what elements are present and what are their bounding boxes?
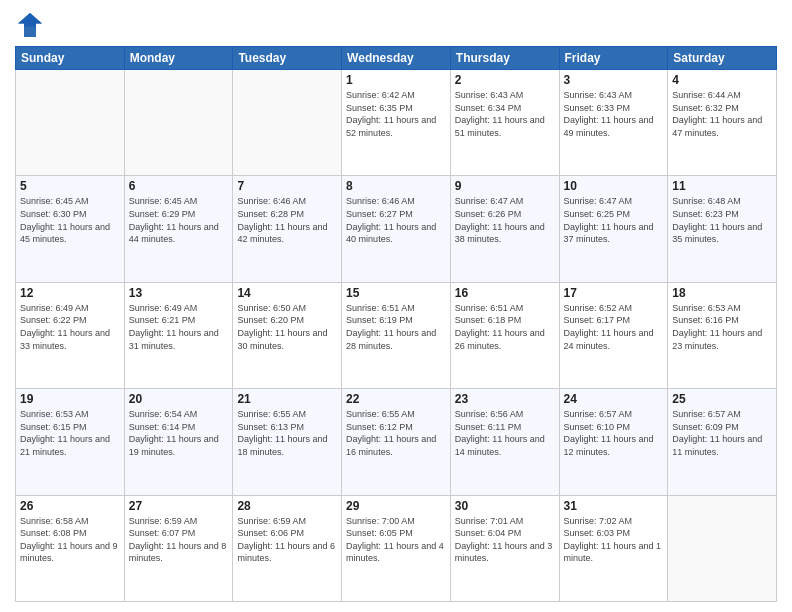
day-info: Sunrise: 6:53 AMSunset: 6:15 PMDaylight:…: [20, 408, 120, 458]
sunset-text: Sunset: 6:15 PM: [20, 421, 120, 434]
weekday-header-friday: Friday: [559, 47, 668, 70]
daylight-text: Daylight: 11 hours and 52 minutes.: [346, 114, 446, 139]
day-info: Sunrise: 6:48 AMSunset: 6:23 PMDaylight:…: [672, 195, 772, 245]
sunset-text: Sunset: 6:23 PM: [672, 208, 772, 221]
day-number: 5: [20, 179, 120, 193]
sunrise-text: Sunrise: 6:55 AM: [237, 408, 337, 421]
sunrise-text: Sunrise: 6:53 AM: [672, 302, 772, 315]
sunset-text: Sunset: 6:32 PM: [672, 102, 772, 115]
calendar-cell: 18Sunrise: 6:53 AMSunset: 6:16 PMDayligh…: [668, 282, 777, 388]
daylight-text: Daylight: 11 hours and 6 minutes.: [237, 540, 337, 565]
day-info: Sunrise: 6:43 AMSunset: 6:33 PMDaylight:…: [564, 89, 664, 139]
weekday-header-monday: Monday: [124, 47, 233, 70]
daylight-text: Daylight: 11 hours and 19 minutes.: [129, 433, 229, 458]
day-number: 15: [346, 286, 446, 300]
day-number: 25: [672, 392, 772, 406]
sunrise-text: Sunrise: 7:01 AM: [455, 515, 555, 528]
calendar-cell: 11Sunrise: 6:48 AMSunset: 6:23 PMDayligh…: [668, 176, 777, 282]
calendar-cell: 28Sunrise: 6:59 AMSunset: 6:06 PMDayligh…: [233, 495, 342, 601]
calendar-table: SundayMondayTuesdayWednesdayThursdayFrid…: [15, 46, 777, 602]
daylight-text: Daylight: 11 hours and 18 minutes.: [237, 433, 337, 458]
daylight-text: Daylight: 11 hours and 42 minutes.: [237, 221, 337, 246]
sunrise-text: Sunrise: 6:44 AM: [672, 89, 772, 102]
weekday-header-tuesday: Tuesday: [233, 47, 342, 70]
weekday-header-thursday: Thursday: [450, 47, 559, 70]
calendar-cell: 27Sunrise: 6:59 AMSunset: 6:07 PMDayligh…: [124, 495, 233, 601]
daylight-text: Daylight: 11 hours and 40 minutes.: [346, 221, 446, 246]
sunset-text: Sunset: 6:34 PM: [455, 102, 555, 115]
daylight-text: Daylight: 11 hours and 44 minutes.: [129, 221, 229, 246]
day-info: Sunrise: 6:47 AMSunset: 6:26 PMDaylight:…: [455, 195, 555, 245]
day-number: 30: [455, 499, 555, 513]
day-number: 13: [129, 286, 229, 300]
calendar-cell: 24Sunrise: 6:57 AMSunset: 6:10 PMDayligh…: [559, 389, 668, 495]
daylight-text: Daylight: 11 hours and 8 minutes.: [129, 540, 229, 565]
sunrise-text: Sunrise: 6:57 AM: [564, 408, 664, 421]
daylight-text: Daylight: 11 hours and 3 minutes.: [455, 540, 555, 565]
day-info: Sunrise: 7:01 AMSunset: 6:04 PMDaylight:…: [455, 515, 555, 565]
daylight-text: Daylight: 11 hours and 1 minute.: [564, 540, 664, 565]
day-info: Sunrise: 6:43 AMSunset: 6:34 PMDaylight:…: [455, 89, 555, 139]
day-info: Sunrise: 6:46 AMSunset: 6:28 PMDaylight:…: [237, 195, 337, 245]
day-info: Sunrise: 6:58 AMSunset: 6:08 PMDaylight:…: [20, 515, 120, 565]
calendar-cell: 19Sunrise: 6:53 AMSunset: 6:15 PMDayligh…: [16, 389, 125, 495]
calendar-cell: [668, 495, 777, 601]
day-info: Sunrise: 6:51 AMSunset: 6:18 PMDaylight:…: [455, 302, 555, 352]
sunrise-text: Sunrise: 6:55 AM: [346, 408, 446, 421]
calendar-cell: 13Sunrise: 6:49 AMSunset: 6:21 PMDayligh…: [124, 282, 233, 388]
daylight-text: Daylight: 11 hours and 14 minutes.: [455, 433, 555, 458]
sunrise-text: Sunrise: 6:57 AM: [672, 408, 772, 421]
day-number: 4: [672, 73, 772, 87]
day-number: 10: [564, 179, 664, 193]
sunrise-text: Sunrise: 6:53 AM: [20, 408, 120, 421]
day-number: 11: [672, 179, 772, 193]
day-number: 3: [564, 73, 664, 87]
day-info: Sunrise: 6:54 AMSunset: 6:14 PMDaylight:…: [129, 408, 229, 458]
sunrise-text: Sunrise: 6:58 AM: [20, 515, 120, 528]
daylight-text: Daylight: 11 hours and 24 minutes.: [564, 327, 664, 352]
sunset-text: Sunset: 6:16 PM: [672, 314, 772, 327]
day-info: Sunrise: 6:51 AMSunset: 6:19 PMDaylight:…: [346, 302, 446, 352]
logo-icon: [15, 10, 45, 40]
sunset-text: Sunset: 6:26 PM: [455, 208, 555, 221]
sunrise-text: Sunrise: 6:43 AM: [564, 89, 664, 102]
day-info: Sunrise: 7:00 AMSunset: 6:05 PMDaylight:…: [346, 515, 446, 565]
sunset-text: Sunset: 6:33 PM: [564, 102, 664, 115]
calendar-cell: 16Sunrise: 6:51 AMSunset: 6:18 PMDayligh…: [450, 282, 559, 388]
weekday-header-sunday: Sunday: [16, 47, 125, 70]
calendar-cell: 17Sunrise: 6:52 AMSunset: 6:17 PMDayligh…: [559, 282, 668, 388]
daylight-text: Daylight: 11 hours and 37 minutes.: [564, 221, 664, 246]
calendar-cell: 23Sunrise: 6:56 AMSunset: 6:11 PMDayligh…: [450, 389, 559, 495]
daylight-text: Daylight: 11 hours and 51 minutes.: [455, 114, 555, 139]
calendar-cell: 22Sunrise: 6:55 AMSunset: 6:12 PMDayligh…: [342, 389, 451, 495]
weekday-header-wednesday: Wednesday: [342, 47, 451, 70]
day-number: 2: [455, 73, 555, 87]
calendar-cell: 6Sunrise: 6:45 AMSunset: 6:29 PMDaylight…: [124, 176, 233, 282]
header: [15, 10, 777, 40]
daylight-text: Daylight: 11 hours and 35 minutes.: [672, 221, 772, 246]
calendar-cell: 26Sunrise: 6:58 AMSunset: 6:08 PMDayligh…: [16, 495, 125, 601]
sunset-text: Sunset: 6:12 PM: [346, 421, 446, 434]
sunrise-text: Sunrise: 6:51 AM: [455, 302, 555, 315]
day-number: 31: [564, 499, 664, 513]
sunset-text: Sunset: 6:17 PM: [564, 314, 664, 327]
day-number: 24: [564, 392, 664, 406]
calendar-cell: 3Sunrise: 6:43 AMSunset: 6:33 PMDaylight…: [559, 70, 668, 176]
logo: [15, 10, 49, 40]
calendar-cell: 4Sunrise: 6:44 AMSunset: 6:32 PMDaylight…: [668, 70, 777, 176]
day-number: 23: [455, 392, 555, 406]
calendar-cell: 21Sunrise: 6:55 AMSunset: 6:13 PMDayligh…: [233, 389, 342, 495]
svg-marker-1: [18, 13, 42, 27]
calendar-cell: 30Sunrise: 7:01 AMSunset: 6:04 PMDayligh…: [450, 495, 559, 601]
daylight-text: Daylight: 11 hours and 16 minutes.: [346, 433, 446, 458]
sunset-text: Sunset: 6:21 PM: [129, 314, 229, 327]
day-number: 21: [237, 392, 337, 406]
calendar-cell: 14Sunrise: 6:50 AMSunset: 6:20 PMDayligh…: [233, 282, 342, 388]
daylight-text: Daylight: 11 hours and 28 minutes.: [346, 327, 446, 352]
daylight-text: Daylight: 11 hours and 45 minutes.: [20, 221, 120, 246]
day-number: 28: [237, 499, 337, 513]
day-number: 29: [346, 499, 446, 513]
sunset-text: Sunset: 6:06 PM: [237, 527, 337, 540]
sunrise-text: Sunrise: 6:59 AM: [129, 515, 229, 528]
sunset-text: Sunset: 6:22 PM: [20, 314, 120, 327]
